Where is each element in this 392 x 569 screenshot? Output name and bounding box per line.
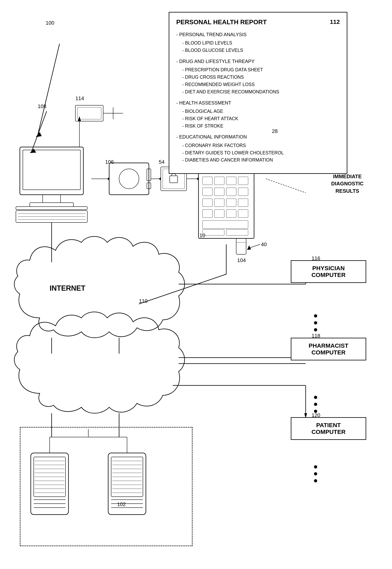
svg-point-116 [314,465,317,468]
ref-106: 106 [105,159,114,165]
report-main-trend: - PERSONAL TREND ANALYSIS [176,31,340,38]
svg-rect-51 [226,230,248,235]
report-sub-weight: - RECOMMENDED WEIGHT LOSS [182,81,340,88]
report-sub-heart: - RISK OF HEART ATTACK [182,115,340,122]
ref-40: 40 [261,241,267,248]
svg-point-111 [314,321,317,324]
report-sub-prescription: - PRESCRIPTION DRUG DATA SHEET [182,66,340,73]
ref-118: 118 [312,333,320,339]
svg-marker-3 [30,149,36,153]
report-section-4: - EDUCATIONAL INFORMATION - CORONARY RIS… [176,133,340,164]
health-report-title-text: PERSONAL HEALTH REPORT [176,18,267,26]
report-sub-lipid: - BLOOD LIPID LEVELS [182,39,340,47]
report-sub-bio-age: - BIOLOGICAL AGE [182,108,340,115]
svg-rect-35 [226,177,236,185]
svg-marker-107 [78,116,81,121]
report-sub-diet: - DIET AND EXERCISE RECOMMONDATIONS [182,88,340,96]
ref-102: 102 [117,501,126,507]
report-main-drug: - DRUG AND LIFESTYLE THREAPY [176,58,340,65]
svg-rect-4 [20,147,83,195]
pharmacist-computer-box: PHARMACISTCOMPUTER [291,338,366,360]
physician-computer-box: PHYSICIANCOMPUTER [291,260,366,283]
report-sub-glucose: - BLOOD GLUCOSE LEVELS [182,47,340,54]
svg-line-59 [139,274,226,304]
svg-point-117 [314,472,317,475]
svg-line-0 [38,44,59,135]
svg-point-110 [314,314,317,318]
svg-rect-44 [238,199,248,207]
ref-28: 28 [272,128,278,134]
report-section-2: - DRUG AND LIFESTYLE THREAPY - PRESCRIPT… [176,58,340,96]
svg-point-118 [314,479,317,482]
report-sub-diabeties: - DIABETIES AND CANCER INFORMATION [182,156,340,164]
svg-rect-50 [202,230,224,235]
svg-rect-36 [238,177,248,185]
ref-114: 114 [75,95,84,102]
svg-rect-6 [43,195,60,203]
svg-rect-17 [109,163,149,195]
svg-rect-46 [214,210,224,218]
dashed-mobile-box [20,427,193,546]
immediate-diagnostic-results: IMMEDIATEDIAGNOSTICRESULTS [322,173,373,194]
immediate-results-text: IMMEDIATEDIAGNOSTICRESULTS [331,174,364,194]
internet-label: INTERNET [50,284,85,292]
svg-rect-43 [226,199,236,207]
patient-computer-label: PATIENTCOMPUTER [311,422,346,435]
report-section-3: - HEALTH ASSESSMENT - BIOLOGICAL AGE - R… [176,99,340,130]
ref-54: 54 [159,159,165,165]
svg-rect-37 [202,188,212,196]
svg-point-18 [119,169,139,189]
svg-point-114 [314,403,317,406]
report-sub-dietary: - DIETARY GUIDES TO LOWER CHOLESTEROL [182,149,340,157]
health-report-box: PERSONAL HEALTH REPORT 112 - PERSONAL TR… [169,12,347,174]
health-report-content: - PERSONAL TREND ANALYSIS - BLOOD LIPID … [176,31,340,164]
report-main-edu: - EDUCATIONAL INFORMATION [176,133,340,141]
svg-point-113 [314,396,317,399]
ref-104: 104 [237,257,246,263]
ref-116: 116 [312,255,320,262]
svg-rect-39 [226,188,236,196]
ref-120: 120 [312,412,320,418]
report-sub-stroke: - RISK OF STROKE [182,122,340,130]
svg-rect-33 [202,177,212,185]
svg-rect-8 [16,207,87,210]
physician-computer-label: PHYSICIANCOMPUTER [311,265,346,278]
svg-rect-42 [214,199,224,207]
svg-rect-7 [30,203,73,207]
svg-rect-34 [214,177,224,185]
svg-rect-5 [23,150,80,190]
svg-marker-105 [107,177,109,180]
ref-110: 110 [139,298,147,304]
svg-rect-49 [202,220,248,229]
svg-marker-25 [159,177,161,180]
health-report-title: PERSONAL HEALTH REPORT 112 [176,18,340,26]
health-report-number: 112 [330,18,340,25]
svg-line-2 [32,111,47,151]
patient-computer-box: PATIENTCOMPUTER [291,417,366,440]
svg-point-112 [314,328,317,331]
ref-10: 10 [199,233,205,239]
svg-rect-40 [238,188,248,196]
report-main-health: - HEALTH ASSESSMENT [176,99,340,107]
svg-rect-23 [170,176,178,183]
svg-rect-38 [214,188,224,196]
svg-rect-54 [236,238,246,254]
svg-line-56 [266,179,306,193]
report-section-1: - PERSONAL TREND ANALYSIS - BLOOD LIPID … [176,31,340,54]
svg-rect-14 [77,107,101,119]
svg-rect-41 [202,199,212,207]
report-sub-coronary: - CORONARY RISK FACTORS [182,142,340,149]
svg-rect-45 [202,210,212,218]
ref-108: 108 [38,103,46,109]
ref-100: 100 [46,20,54,26]
report-sub-cross: - DRUG CROSS REACTIONS [182,73,340,81]
pharmacist-computer-label: PHARMACISTCOMPUTER [309,342,348,356]
svg-rect-48 [238,210,248,218]
main-diagram: 100 PERSONAL HEALTH REPORT 112 - PERSONA… [0,0,392,569]
svg-rect-47 [226,210,236,218]
